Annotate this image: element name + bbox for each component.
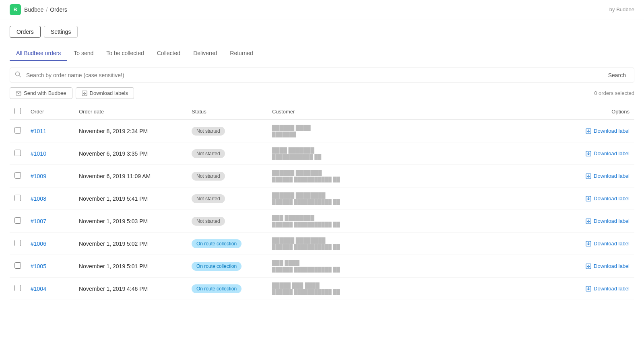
download-label-button[interactable]: Download label	[559, 241, 630, 247]
select-all-checkbox[interactable]	[14, 108, 21, 114]
status-badge: Not started	[187, 210, 267, 232]
row-checkbox[interactable]	[14, 285, 21, 291]
customer-info: ████ ███████ ████████████ ██	[267, 142, 554, 165]
topbar: B Budbee / Orders by Budbee	[0, 0, 644, 19]
table-row: #1007 November 1, 2019 5:03 PM Not start…	[10, 210, 634, 232]
download-label-icon	[586, 263, 591, 269]
download-label-button[interactable]: Download label	[559, 263, 630, 269]
options-cell: Download label	[554, 232, 634, 255]
col-order: Order	[26, 104, 74, 120]
orders-selected-label: 0 orders selected	[594, 90, 634, 96]
tab-returned[interactable]: Returned	[223, 46, 260, 61]
table-row: #1009 November 6, 2019 11:09 AM Not star…	[10, 165, 634, 187]
breadcrumb-separator: /	[46, 6, 47, 13]
table-row: #1008 November 1, 2019 5:41 PM Not start…	[10, 187, 634, 210]
customer-info: ██████ ████████ ██████ ███████████ ██	[267, 187, 554, 210]
page-title: Orders	[50, 6, 67, 13]
options-cell: Download label	[554, 187, 634, 210]
download-label-icon	[586, 286, 591, 292]
status-badge: On route collection	[187, 278, 267, 300]
col-options: Options	[554, 104, 634, 120]
toolbar: Send with Budbee Download labels 0 order…	[10, 87, 634, 99]
row-checkbox[interactable]	[14, 195, 21, 201]
row-checkbox[interactable]	[14, 150, 21, 156]
row-checkbox[interactable]	[14, 262, 21, 269]
download-label-button[interactable]: Download label	[559, 218, 630, 224]
order-date: November 1, 2019 5:01 PM	[74, 255, 187, 278]
download-label-button[interactable]: Download label	[559, 128, 630, 134]
download-label-button[interactable]: Download label	[559, 173, 630, 179]
search-button[interactable]: Search	[600, 69, 634, 82]
options-cell: Download label	[554, 210, 634, 232]
orders-nav-button[interactable]: Orders	[10, 26, 41, 38]
order-date: November 1, 2019 5:41 PM	[74, 187, 187, 210]
download-label-icon	[586, 173, 591, 179]
download-labels-button[interactable]: Download labels	[76, 87, 134, 99]
customer-name: ████ ███████	[272, 147, 549, 153]
settings-nav-button[interactable]: Settings	[44, 26, 78, 38]
table-header: Order Order date Status Customer Options	[10, 104, 634, 120]
order-link[interactable]: #1006	[31, 241, 46, 247]
order-date: November 1, 2019 4:46 PM	[74, 278, 187, 300]
status-badge: Not started	[187, 142, 267, 165]
customer-info: █████ ███ ████ ██████ ███████████ ██	[267, 278, 554, 300]
status-badge: On route collection	[187, 255, 267, 278]
row-checkbox[interactable]	[14, 172, 21, 179]
nav-buttons: Orders Settings	[10, 26, 634, 38]
table-row: #1006 November 1, 2019 5:02 PM On route …	[10, 232, 634, 255]
col-date: Order date	[74, 104, 187, 120]
status-badge: Not started	[187, 165, 267, 187]
download-label-button[interactable]: Download label	[559, 150, 630, 156]
customer-name: ███ ████	[272, 260, 549, 266]
search-icon	[10, 68, 26, 82]
order-link[interactable]: #1009	[31, 173, 46, 179]
customer-info: ███ ████ ██████ ███████████ ██	[267, 255, 554, 278]
tab-collected[interactable]: Collected	[151, 46, 187, 61]
orders-table: Order Order date Status Customer Options…	[10, 104, 634, 300]
tab-delivered[interactable]: Delivered	[187, 46, 223, 61]
logo: B	[10, 4, 21, 15]
row-checkbox[interactable]	[14, 127, 21, 134]
brand-name: Budbee	[24, 6, 43, 13]
main-content: Orders Settings All Budbee orders To sen…	[0, 19, 644, 362]
options-cell: Download label	[554, 255, 634, 278]
customer-name: ██████ ████	[272, 125, 549, 131]
options-cell: Download label	[554, 278, 634, 300]
download-label-button[interactable]: Download label	[559, 286, 630, 292]
search-input[interactable]	[26, 69, 600, 82]
topbar-right: by Budbee	[609, 6, 634, 12]
order-date: November 1, 2019 5:03 PM	[74, 210, 187, 232]
customer-address: ██████ ███████████ ██	[272, 222, 549, 227]
row-checkbox[interactable]	[14, 240, 21, 246]
download-label-button[interactable]: Download label	[559, 195, 630, 202]
tab-all-budbee-orders[interactable]: All Budbee orders	[10, 46, 67, 61]
order-link[interactable]: #1005	[31, 263, 46, 269]
send-with-budbee-button[interactable]: Send with Budbee	[10, 87, 72, 99]
table-row: #1010 November 6, 2019 3:35 PM Not start…	[10, 142, 634, 165]
order-date: November 6, 2019 3:35 PM	[74, 142, 187, 165]
topbar-left: B Budbee / Orders	[10, 4, 67, 15]
customer-address: ██████ ███████████ ██	[272, 177, 549, 182]
options-cell: Download label	[554, 142, 634, 165]
customer-address: ██████ ███████████ ██	[272, 289, 549, 295]
order-link[interactable]: #1007	[31, 218, 46, 224]
order-link[interactable]: #1004	[31, 286, 46, 292]
col-customer: Customer	[267, 104, 554, 120]
options-cell: Download label	[554, 120, 634, 142]
table-row: #1011 November 8, 2019 2:34 PM Not start…	[10, 120, 634, 142]
order-link[interactable]: #1008	[31, 195, 46, 202]
tab-to-send[interactable]: To send	[67, 46, 100, 61]
row-checkbox[interactable]	[14, 217, 21, 224]
status-badge: Not started	[187, 120, 267, 142]
download-label-icon	[586, 196, 591, 202]
options-cell: Download label	[554, 165, 634, 187]
download-label-icon	[586, 128, 591, 134]
order-link[interactable]: #1010	[31, 150, 46, 157]
download-icon	[82, 90, 87, 96]
order-link[interactable]: #1011	[31, 128, 46, 134]
customer-address: ██████ ███████████ ██	[272, 267, 549, 272]
tab-to-be-collected[interactable]: To be collected	[100, 46, 150, 61]
order-date: November 6, 2019 11:09 AM	[74, 165, 187, 187]
customer-name: ██████ ████████	[272, 237, 549, 243]
table-row: #1004 November 1, 2019 4:46 PM On route …	[10, 278, 634, 300]
